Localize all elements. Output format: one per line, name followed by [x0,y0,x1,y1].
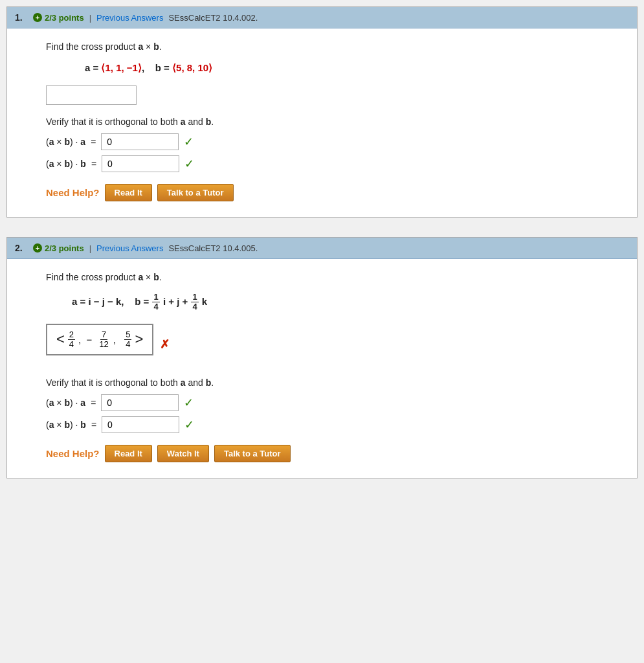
q2-b-frac1-num: 1 [152,293,159,302]
q2-watch-it-button[interactable]: Watch It [157,445,209,462]
q2-comma2: , [113,334,116,345]
q1-help-row: Need Help? Read It Talk to a Tutor [46,184,621,201]
q1-answer-wrapper [46,85,621,105]
q2-comma1: , [78,334,81,345]
q2-row2-equals: = [91,420,96,430]
q1-a-values: ⟨1, 1, −1⟩ [101,62,141,73]
q2-answer-area: < 2 4 , − 7 12 , [46,324,621,366]
q2-vectors-line: a = i − j − k, b = 1 4 i + j + 1 4 k [72,293,621,312]
q2-row1-equals: = [91,398,96,408]
q2-verify-title: Verify that it is orthogonal to both a a… [46,377,621,388]
q2-frac3: 5 4 [124,330,132,350]
plus-icon: + [33,13,42,22]
q2-statement-text: Find the cross product a × b. [46,272,162,282]
q2-row1-label: (a × b) · a [46,398,85,408]
q2-verify-row-2: (a × b) · b = ✓ [46,416,621,433]
q1-row2-input[interactable] [102,155,179,172]
q2-row1-input[interactable] [101,394,179,411]
q2-help-row: Need Help? Read It Watch It Talk to a Tu… [46,445,621,462]
question-2-body: Find the cross product a × b. a = i − j … [7,259,637,478]
q2-wrong-icon: ✗ [160,337,170,352]
question-2-points: 2/3 points [45,243,84,253]
q2-ans-frac3-num: 5 [124,330,131,340]
header-divider-2: | [89,243,91,253]
question-2-statement: Find the cross product a × b. [46,272,621,282]
prev-answers-link-1[interactable]: Previous Answers [96,13,163,23]
q1-statement-text: Find the cross product a × b. [46,41,162,52]
question-1-points: 2/3 points [45,13,84,23]
prev-answers-link-2[interactable]: Previous Answers [96,243,163,253]
question-2: 2. + 2/3 points | Previous Answers SEssC… [6,237,638,478]
q2-verify-row-1: (a × b) · a = ✓ [46,394,621,411]
q2-row2-input[interactable] [102,416,179,433]
q2-b-frac2-num: 1 [191,293,198,302]
q2-frac2: 7 12 [97,330,110,350]
q2-row1-check-icon: ✓ [184,396,194,410]
q2-ans-frac1-num: 2 [68,330,75,340]
question-1: 1. + 2/3 points | Previous Answers SEssC… [6,6,638,218]
q2-b-frac1: 1 4 [152,293,159,312]
q2-ans-frac2-num: 7 [100,330,107,340]
question-1-header: 1. + 2/3 points | Previous Answers SEssC… [7,7,637,28]
q1-row2-equals: = [91,159,96,169]
q2-b-frac1-den: 4 [152,302,159,311]
question-2-problem-id: SEssCalcET2 10.4.005. [168,243,258,253]
question-2-number: 2. [15,243,28,253]
q1-row1-check-icon: ✓ [184,135,194,149]
q1-row1-equals: = [91,137,96,147]
question-1-statement: Find the cross product a × b. [46,41,621,52]
q1-vectors-line: a = ⟨1, 1, −1⟩, b = ⟨5, 8, 10⟩ [85,62,621,74]
q1-need-help-label: Need Help? [46,187,100,198]
q2-talk-tutor-button[interactable]: Talk to a Tutor [214,445,291,462]
q1-verify-row-1: (a × b) · a = ✓ [46,133,621,150]
q2-ans-frac2-den: 12 [98,340,109,349]
q2-frac1: 2 4 [67,330,76,350]
q1-row1-input[interactable] [101,133,179,150]
question-1-number: 1. [15,12,28,23]
header-divider-1: | [89,13,91,23]
q1-read-it-button[interactable]: Read It [105,184,152,201]
q1-talk-tutor-button[interactable]: Talk to a Tutor [157,184,234,201]
q1-verify-title: Verify that it is orthogonal to both a a… [46,117,621,127]
question-2-header: 2. + 2/3 points | Previous Answers SEssC… [7,238,637,259]
question-1-problem-id: SEssCalcET2 10.4.002. [168,13,258,23]
q1-row1-label: (a × b) · a [46,137,85,147]
q1-answer-input[interactable] [46,85,137,105]
q2-left-bracket: < [56,332,65,346]
q2-read-it-button[interactable]: Read It [105,445,152,462]
q2-b-frac2-den: 4 [191,302,198,311]
question-1-points-badge: + 2/3 points [33,13,84,23]
q2-b-frac2: 1 4 [191,293,198,312]
q1-b-values: ⟨5, 8, 10⟩ [172,62,212,73]
q2-row2-check-icon: ✓ [184,418,194,432]
q2-math-box: < 2 4 , − 7 12 , [46,324,153,356]
question-2-points-badge: + 2/3 points [33,243,84,253]
q1-row2-label: (a × b) · b [46,159,86,169]
q1-row2-check-icon: ✓ [184,157,194,171]
q2-ans-frac1-den: 4 [68,340,75,349]
q2-verify-section: Verify that it is orthogonal to both a a… [46,377,621,433]
plus-icon-2: + [33,243,42,253]
q2-row2-label: (a × b) · b [46,420,86,430]
q1-verify-row-2: (a × b) · b = ✓ [46,155,621,172]
q2-right-bracket: > [135,332,143,346]
q2-ans-frac3-den: 4 [124,340,131,349]
q1-verify-section: Verify that it is orthogonal to both a a… [46,117,621,172]
q2-need-help-label: Need Help? [46,448,100,459]
question-1-body: Find the cross product a × b. a = ⟨1, 1,… [7,28,637,217]
